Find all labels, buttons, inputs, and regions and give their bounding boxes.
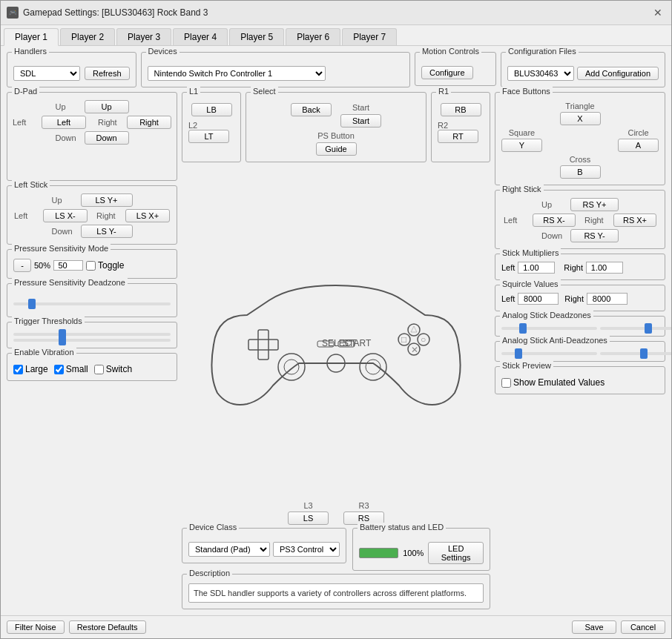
l3-button[interactable]: LS: [288, 511, 329, 525]
circle-button[interactable]: A: [618, 139, 659, 152]
save-button[interactable]: Save: [572, 620, 616, 634]
add-config-button[interactable]: Add Configuration: [577, 67, 659, 80]
top-section: Handlers SDL Refresh Devices Nintendo Sw…: [7, 52, 665, 87]
squircle-left-input[interactable]: [518, 293, 559, 305]
dpad-up-row: Up Up: [56, 100, 129, 113]
dpad-left-button[interactable]: Left: [42, 116, 86, 129]
tab-player6[interactable]: Player 6: [286, 28, 340, 45]
select-button[interactable]: Back: [291, 103, 332, 116]
cross-button[interactable]: B: [560, 165, 601, 179]
rs-up-row: Up RS Y+: [541, 198, 619, 211]
trigger-right-slider[interactable]: [13, 339, 171, 342]
dpad-down-row: Down Down: [56, 131, 129, 145]
motion-label: Motion Controls: [420, 47, 481, 56]
triangle-label: Triangle: [565, 102, 594, 110]
tab-player2[interactable]: Player 2: [60, 28, 115, 45]
pressure-value: 50%: [34, 261, 50, 270]
l3r3-row: L3 LS R3 RS: [182, 501, 490, 525]
handlers-group: Handlers SDL Refresh: [7, 52, 136, 87]
anti-deadzones-group: Analog Stick Anti-Deadzones: [495, 341, 665, 362]
ls-left-button[interactable]: LS X-: [43, 209, 88, 222]
restore-defaults-button[interactable]: Restore Defaults: [69, 620, 146, 634]
title-bar-left: 🎮 Gamepad Settings: [BLUS30463] Rock Ban…: [7, 7, 208, 19]
ls-right-button[interactable]: LS X+: [125, 209, 170, 222]
show-emulated-checkbox[interactable]: [501, 378, 511, 388]
battery-percent: 100%: [403, 549, 424, 557]
r1-label: R1: [436, 87, 451, 96]
ps3-control-select[interactable]: PS3 Control: [273, 542, 340, 557]
show-emulated-label: Show Emulated Values: [501, 377, 659, 388]
rs-down-button[interactable]: RS Y-: [570, 229, 619, 242]
svg-point-4: [360, 354, 386, 380]
start-button[interactable]: Start: [340, 114, 381, 128]
r3-label: R3: [358, 501, 369, 510]
ps-button[interactable]: Guide: [316, 142, 357, 156]
rs-left-button[interactable]: RS X-: [533, 213, 576, 227]
tab-player3[interactable]: Player 3: [116, 28, 171, 45]
deadzone-right-slider[interactable]: [600, 327, 671, 330]
large-vib-text: Large: [25, 364, 48, 374]
large-vib-checkbox[interactable]: [13, 365, 23, 374]
rs-up-button[interactable]: RS Y+: [570, 198, 619, 211]
close-button[interactable]: ✕: [650, 5, 665, 20]
filter-noise-button[interactable]: Filter Noise: [7, 620, 65, 634]
dpad-down-button[interactable]: Down: [85, 131, 129, 145]
stick-multipliers-label: Stick Multipliers: [500, 248, 561, 257]
square-button[interactable]: Y: [501, 139, 542, 152]
tab-player7[interactable]: Player 7: [342, 28, 397, 45]
toggle-checkbox[interactable]: [86, 261, 96, 271]
squircle-right-input[interactable]: [587, 293, 627, 305]
cancel-button[interactable]: Cancel: [621, 620, 665, 634]
rs-right-button[interactable]: RS X+: [613, 213, 656, 227]
l2-button[interactable]: LT: [188, 130, 229, 143]
pressure-deadzone-slider[interactable]: [13, 302, 171, 305]
deadzone-left-slider[interactable]: [501, 327, 597, 330]
config-select[interactable]: BLUS30463: [507, 66, 574, 81]
face-buttons-group: Face Buttons Triangle X Square Y: [495, 92, 665, 185]
rs-down-label: Down: [541, 231, 567, 240]
triangle-button[interactable]: X: [560, 112, 601, 125]
ls-down-button[interactable]: LS Y-: [81, 225, 133, 238]
mult-right-input[interactable]: [586, 262, 623, 274]
dpad-down-label: Down: [56, 133, 82, 142]
dpad-up-button[interactable]: Up: [85, 100, 129, 113]
dpad-right-button[interactable]: Right: [127, 116, 171, 129]
pressure-deadzone-group: Pressure Sensitivity Deadzone: [7, 283, 177, 317]
l1-button[interactable]: LB: [191, 103, 232, 116]
device-class-select[interactable]: Standard (Pad): [188, 542, 270, 557]
ls-up-row: Up LS Y+: [52, 193, 133, 207]
dpad-group: D-Pad Up Up Left Left Right Right: [7, 92, 177, 181]
r1-button[interactable]: RB: [441, 103, 481, 116]
switch-vib-checkbox[interactable]: [94, 365, 104, 374]
center-panel: L1 LB L2 LT Select: [182, 92, 490, 609]
antideadzone-left-slider[interactable]: [501, 352, 597, 355]
refresh-button[interactable]: Refresh: [85, 67, 130, 80]
dpad-up-label: Up: [56, 102, 82, 111]
stick-preview-group: Stick Preview Show Emulated Values: [495, 366, 665, 394]
tab-player4[interactable]: Player 4: [173, 28, 228, 45]
pressure-minus-button[interactable]: -: [13, 259, 31, 272]
configure-button[interactable]: Configure: [421, 66, 473, 79]
led-settings-button[interactable]: LED Settings: [428, 542, 484, 564]
tab-player1[interactable]: Player 1: [4, 28, 59, 46]
main-area: D-Pad Up Up Left Left Right Right: [7, 92, 665, 609]
stick-preview-label: Stick Preview: [500, 361, 553, 370]
handlers-select[interactable]: SDL: [13, 66, 80, 81]
start-label-text: Start: [352, 103, 369, 112]
pressure-mode-row: - 50% Toggle: [13, 259, 171, 272]
r2-button[interactable]: RT: [438, 130, 478, 143]
devices-group: Devices Nintendo Switch Pro Controller 1: [141, 52, 410, 87]
svg-text:START: START: [343, 338, 372, 348]
bottom-bar: Filter Noise Restore Defaults Save Cance…: [1, 615, 671, 638]
mult-left-input[interactable]: [518, 262, 555, 274]
devices-select[interactable]: Nintendo Switch Pro Controller 1: [148, 66, 326, 81]
rs-right-label: Right: [584, 216, 610, 225]
small-vib-checkbox[interactable]: [54, 365, 64, 374]
dpad-left-label: Left: [13, 118, 39, 127]
antideadzone-right-slider[interactable]: [600, 352, 671, 355]
analog-deadzones-group: Analog Stick Deadzones: [495, 316, 665, 337]
pressure-spinbox[interactable]: [53, 260, 83, 271]
handlers-row: SDL Refresh: [13, 66, 130, 81]
tab-player5[interactable]: Player 5: [229, 28, 284, 45]
ls-up-button[interactable]: LS Y+: [81, 193, 133, 207]
